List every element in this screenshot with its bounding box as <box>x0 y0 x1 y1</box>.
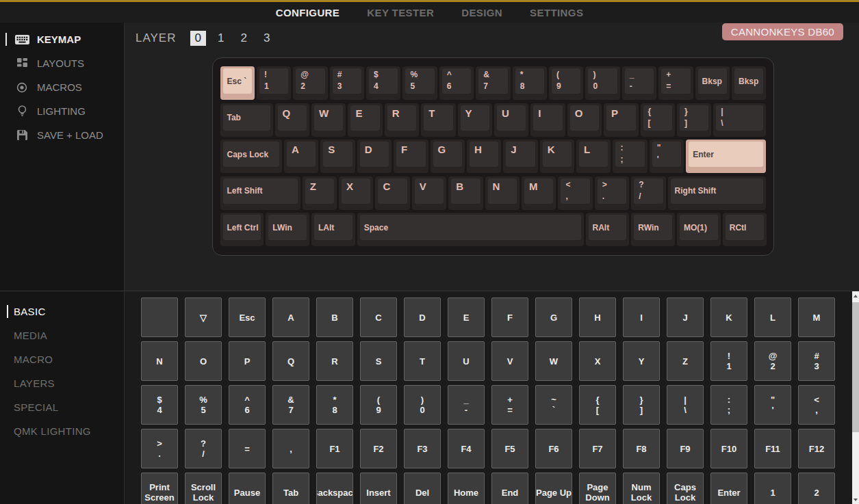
key-bksp[interactable]: Bksp <box>695 66 730 100</box>
key-k[interactable]: K <box>540 140 574 173</box>
keycode-scroll-lock[interactable]: Scroll Lock <box>185 473 222 504</box>
keycode-k[interactable]: K <box>710 297 747 337</box>
keycode-v[interactable]: V <box>491 341 528 381</box>
keycode-enter[interactable]: Enter <box>710 473 747 504</box>
keycode-f4[interactable]: F4 <box>448 429 485 468</box>
keycode-d[interactable]: D <box>404 297 441 337</box>
key-8[interactable]: *8 <box>513 66 547 100</box>
keycode-caps-lock[interactable]: Caps Lock <box>667 473 704 504</box>
key-left-ctrl[interactable]: Left Ctrl <box>220 213 264 246</box>
keycode-symbol[interactable]: = <box>229 429 266 468</box>
keycode-j[interactable]: J <box>667 297 704 337</box>
key-lalt[interactable]: LAlt <box>311 213 355 246</box>
key-t[interactable]: T <box>421 103 455 137</box>
key-7[interactable]: &7 <box>476 66 510 100</box>
key-d[interactable]: D <box>357 140 392 173</box>
keycode-m[interactable]: M <box>798 297 835 337</box>
up-arrow-icon[interactable] <box>852 291 859 300</box>
keycode-symbol[interactable]: "' <box>754 385 791 425</box>
key-3[interactable]: #3 <box>330 66 364 100</box>
key-r[interactable]: R <box>385 103 419 137</box>
keycode-symbol[interactable]: }] <box>623 385 660 425</box>
key-rwin[interactable]: RWin <box>631 213 675 246</box>
keycode-7[interactable]: &7 <box>272 385 309 425</box>
key-p[interactable]: P <box>604 103 638 137</box>
keycode-symbol[interactable]: ~` <box>535 385 572 425</box>
key-s[interactable]: S <box>320 140 355 173</box>
keycode-symbol[interactable] <box>141 297 178 337</box>
keycode-f6[interactable]: F6 <box>535 429 572 468</box>
key-left-shift[interactable]: Left Shift <box>220 176 300 210</box>
key-1[interactable]: !1 <box>257 66 291 100</box>
key-rctl[interactable]: RCtl <box>723 213 767 246</box>
tab-key-tester[interactable]: KEY TESTER <box>367 7 434 18</box>
keycode-a[interactable]: A <box>272 297 309 337</box>
keycode-n[interactable]: N <box>141 341 178 381</box>
category-qmk-lighting[interactable]: QMK LIGHTING <box>0 419 124 443</box>
keycode-symbol[interactable]: >. <box>141 429 178 468</box>
key-symbol[interactable]: _- <box>622 66 656 100</box>
key-0[interactable]: )0 <box>585 66 619 100</box>
keycode-del[interactable]: Del <box>404 473 441 504</box>
key-q[interactable]: Q <box>275 103 309 137</box>
category-macro[interactable]: MACRO <box>0 347 124 371</box>
key-y[interactable]: Y <box>458 103 492 137</box>
keycode-y[interactable]: Y <box>623 341 660 381</box>
keycode-f11[interactable]: F11 <box>754 429 791 468</box>
sidebar-item-lighting[interactable]: LIGHTING <box>0 99 124 123</box>
category-special[interactable]: SPECIAL <box>0 395 124 419</box>
key-symbol[interactable]: {[ <box>641 103 675 137</box>
tab-settings[interactable]: SETTINGS <box>530 7 583 18</box>
keycode-h[interactable]: H <box>579 297 616 337</box>
keycode-home[interactable]: Home <box>448 473 485 504</box>
keycode-p[interactable]: P <box>229 341 266 381</box>
keycode-symbol[interactable]: |\ <box>667 385 704 425</box>
keycode-9[interactable]: (9 <box>360 385 397 425</box>
keycode-x[interactable]: X <box>579 341 616 381</box>
keycode-tab[interactable]: Tab <box>272 473 309 504</box>
key-symbol[interactable]: }] <box>677 103 711 137</box>
keycode-f2[interactable]: F2 <box>360 429 397 468</box>
keycode-f7[interactable]: F7 <box>579 429 616 468</box>
key-e[interactable]: E <box>348 103 382 137</box>
key-v[interactable]: V <box>412 176 446 210</box>
key-c[interactable]: C <box>375 176 409 210</box>
layer-option-3[interactable]: 3 <box>259 31 274 46</box>
key-h[interactable]: H <box>467 140 501 173</box>
keycode-1[interactable]: !1 <box>710 341 747 381</box>
keycode-f5[interactable]: F5 <box>491 429 528 468</box>
keycode-z[interactable]: Z <box>667 341 704 381</box>
keycode-2[interactable]: @2 <box>754 341 791 381</box>
keycode-2[interactable]: 2 <box>798 473 835 504</box>
key-space[interactable]: Space <box>357 213 584 246</box>
layer-option-2[interactable]: 2 <box>235 31 251 46</box>
down-arrow-icon[interactable] <box>852 495 859 504</box>
keycode-t[interactable]: T <box>404 341 441 381</box>
sidebar-item-layouts[interactable]: LAYOUTS <box>0 51 124 75</box>
key-5[interactable]: %5 <box>402 66 437 100</box>
key-6[interactable]: ^6 <box>439 66 474 100</box>
key-caps-lock[interactable]: Caps Lock <box>220 140 282 173</box>
keycode-8[interactable]: *8 <box>316 385 353 425</box>
keycode-symbol[interactable]: <, <box>798 385 835 425</box>
keycode-f9[interactable]: F9 <box>667 429 704 468</box>
keycode-q[interactable]: Q <box>272 341 309 381</box>
key-o[interactable]: O <box>567 103 602 137</box>
keycode-f8[interactable]: F8 <box>623 429 660 468</box>
keycode-symbol[interactable]: ?/ <box>185 429 222 468</box>
keycode-backspace[interactable]: Backspace <box>316 473 353 504</box>
key-g[interactable]: G <box>431 140 465 173</box>
keycode-b[interactable]: B <box>316 297 353 337</box>
key-mo-1[interactable]: MO(1) <box>677 213 721 246</box>
key-w[interactable]: W <box>311 103 346 137</box>
key-b[interactable]: B <box>448 176 483 210</box>
keycode-i[interactable]: I <box>623 297 660 337</box>
sidebar-item-save-load[interactable]: SAVE + LOAD <box>0 123 124 147</box>
keycode-symbol[interactable]: , <box>272 429 309 468</box>
key-m[interactable]: M <box>522 176 556 210</box>
layer-option-1[interactable]: 1 <box>213 31 229 46</box>
category-layers[interactable]: LAYERS <box>0 371 124 395</box>
keycode-pause[interactable]: Pause <box>229 473 266 504</box>
key-symbol[interactable]: |\ <box>713 103 766 137</box>
keycode-s[interactable]: S <box>360 341 397 381</box>
